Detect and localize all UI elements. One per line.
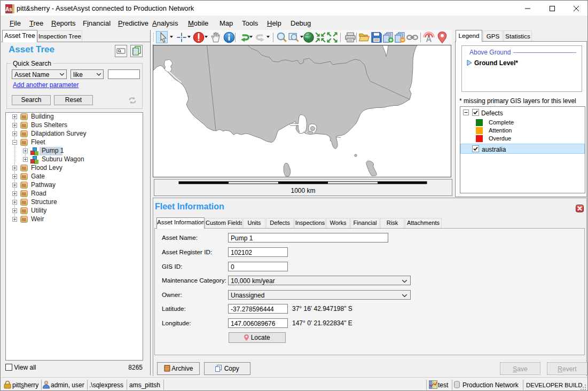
svg-text:As: As	[5, 6, 12, 12]
